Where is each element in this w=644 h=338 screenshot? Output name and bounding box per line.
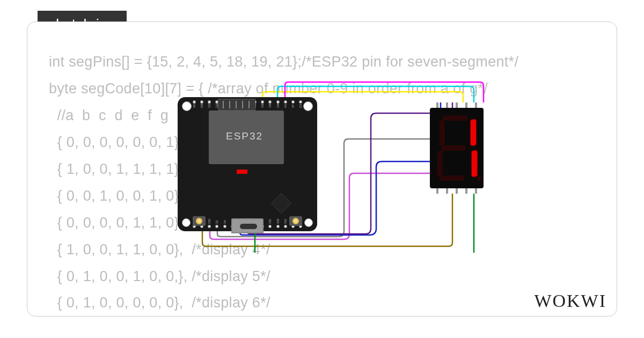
- editor-frame: int segPins[] = {15, 2, 4, 5, 18, 19, 21…: [27, 21, 617, 317]
- brand-logo: WOKWI: [534, 291, 606, 311]
- code-listing: int segPins[] = {15, 2, 4, 5, 18, 19, 21…: [49, 49, 595, 317]
